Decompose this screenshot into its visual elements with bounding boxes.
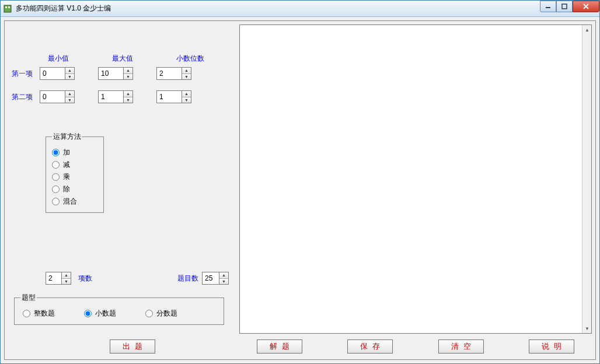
chevron-up-icon[interactable]: ▲ — [219, 272, 228, 279]
clear-button[interactable]: 清空 — [438, 340, 484, 354]
svg-rect-0 — [4, 5, 11, 12]
client-area: 最小值 最大值 小数位数 第一项 ▲▼ ▲▼ — [1, 17, 599, 363]
chevron-down-icon[interactable]: ▼ — [182, 74, 191, 80]
first-term-label: 第一项 — [12, 69, 40, 79]
second-min-input[interactable] — [40, 90, 65, 103]
right-pane: ▲ ▼ — [239, 24, 592, 334]
scrollbar-vertical[interactable]: ▲ ▼ — [582, 25, 591, 333]
first-max-input[interactable] — [98, 67, 124, 80]
chevron-down-icon[interactable]: ▼ — [65, 97, 74, 103]
header-decimals: 小数位数 — [176, 54, 211, 64]
type-int-radio[interactable] — [23, 310, 30, 317]
second-decimals-spinner[interactable]: ▲▼ — [156, 90, 191, 103]
svg-rect-4 — [562, 4, 567, 9]
chevron-up-icon[interactable]: ▲ — [124, 68, 132, 74]
count-input[interactable] — [202, 272, 219, 285]
terms-label: 项数 — [78, 274, 92, 284]
generate-button[interactable]: 出题 — [110, 340, 155, 354]
first-min-input[interactable] — [40, 67, 65, 80]
type-frac[interactable]: 分数题 — [145, 309, 177, 318]
op-mix-radio[interactable] — [52, 198, 60, 205]
type-group: 题型 整数题 小数题 分数题 — [14, 293, 224, 325]
maximize-button[interactable] — [556, 1, 573, 12]
first-min-spinner[interactable]: ▲▼ — [40, 67, 75, 80]
count-row: ▲▼ 项数 题目数 ▲▼ — [12, 272, 229, 285]
svg-rect-3 — [546, 7, 550, 8]
close-button[interactable] — [573, 1, 599, 12]
spinner-buttons[interactable]: ▲▼ — [124, 67, 133, 80]
header-max: 最大值 — [112, 54, 147, 64]
spinner-buttons[interactable]: ▲▼ — [182, 90, 191, 103]
second-term-row: 第二项 ▲▼ ▲▼ ▲▼ — [12, 90, 229, 103]
chevron-down-icon[interactable]: ▼ — [219, 279, 228, 285]
count-spinner[interactable]: ▲▼ — [202, 272, 229, 285]
column-headers: 最小值 最大值 小数位数 — [12, 54, 229, 64]
chevron-up-icon[interactable]: ▲ — [62, 272, 71, 279]
chevron-up-icon[interactable]: ▲ — [65, 68, 74, 74]
operation-legend: 运算方法 — [52, 132, 82, 142]
first-term-row: 第一项 ▲▼ ▲▼ ▲▼ — [12, 67, 229, 80]
chevron-down-icon[interactable]: ▼ — [182, 97, 191, 103]
spinner-buttons[interactable]: ▲▼ — [124, 90, 133, 103]
save-button[interactable]: 保存 — [347, 340, 393, 354]
first-decimals-spinner[interactable]: ▲▼ — [156, 67, 191, 80]
op-add-radio[interactable] — [52, 149, 60, 156]
chevron-up-icon[interactable]: ▲ — [124, 91, 132, 97]
first-decimals-input[interactable] — [156, 67, 182, 80]
chevron-down-icon[interactable]: ▼ — [124, 74, 132, 80]
op-div-radio[interactable] — [52, 186, 60, 193]
chevron-up-icon[interactable]: ▲ — [182, 68, 191, 74]
terms-input[interactable] — [46, 272, 62, 285]
header-min: 最小值 — [48, 54, 83, 64]
solve-button[interactable]: 解题 — [257, 340, 302, 354]
op-mix[interactable]: 混合 — [52, 197, 97, 206]
spinner-buttons[interactable]: ▲▼ — [62, 272, 71, 285]
op-div[interactable]: 除 — [52, 184, 97, 194]
svg-rect-1 — [5, 6, 7, 8]
left-pane: 最小值 最大值 小数位数 第一项 ▲▼ ▲▼ — [5, 21, 236, 359]
chevron-down-icon[interactable]: ▼ — [124, 97, 132, 103]
second-min-spinner[interactable]: ▲▼ — [40, 90, 75, 103]
operation-group: 运算方法 加 减 乘 除 混合 — [46, 132, 104, 213]
op-mul[interactable]: 乘 — [52, 172, 97, 182]
titlebar[interactable]: 多功能四则运算 V1.0 金少士编 — [1, 1, 599, 17]
svg-rect-2 — [8, 6, 10, 8]
type-dec[interactable]: 小数题 — [84, 309, 116, 318]
chevron-up-icon[interactable]: ▲ — [182, 91, 191, 97]
op-mul-radio[interactable] — [52, 173, 60, 181]
scroll-down-icon[interactable]: ▼ — [582, 324, 592, 333]
main-panel: 最小值 最大值 小数位数 第一项 ▲▼ ▲▼ — [4, 20, 596, 360]
spinner-buttons[interactable]: ▲▼ — [219, 272, 229, 285]
op-sub-radio[interactable] — [52, 161, 60, 169]
bottom-button-row: 解题 保存 清空 说明 — [239, 340, 592, 354]
second-term-label: 第二项 — [12, 92, 40, 102]
chevron-up-icon[interactable]: ▲ — [65, 91, 74, 97]
second-decimals-input[interactable] — [156, 90, 182, 103]
count-label: 题目数 — [177, 274, 198, 284]
window-controls — [540, 1, 599, 12]
spinner-buttons[interactable]: ▲▼ — [182, 67, 191, 80]
spinner-buttons[interactable]: ▲▼ — [65, 90, 75, 103]
type-int[interactable]: 整数题 — [23, 309, 55, 318]
app-window: 多功能四则运算 V1.0 金少士编 最小值 最大值 小数位数 — [0, 0, 600, 364]
second-max-input[interactable] — [98, 90, 124, 103]
window-title: 多功能四则运算 V1.0 金少士编 — [16, 4, 111, 13]
first-max-spinner[interactable]: ▲▼ — [98, 67, 133, 80]
output-textarea[interactable]: ▲ ▼ — [239, 24, 592, 334]
type-legend: 题型 — [20, 293, 37, 303]
type-frac-radio[interactable] — [145, 310, 153, 317]
spinner-buttons[interactable]: ▲▼ — [65, 67, 75, 80]
app-icon — [3, 4, 12, 13]
type-dec-radio[interactable] — [84, 310, 92, 317]
scroll-up-icon[interactable]: ▲ — [582, 25, 592, 34]
op-add[interactable]: 加 — [52, 148, 97, 158]
chevron-down-icon[interactable]: ▼ — [62, 279, 71, 285]
chevron-down-icon[interactable]: ▼ — [65, 74, 74, 80]
second-max-spinner[interactable]: ▲▼ — [98, 90, 133, 103]
help-button[interactable]: 说明 — [529, 340, 574, 354]
op-sub[interactable]: 减 — [52, 160, 97, 170]
terms-spinner[interactable]: ▲▼ — [46, 272, 75, 285]
minimize-button[interactable] — [540, 1, 556, 12]
